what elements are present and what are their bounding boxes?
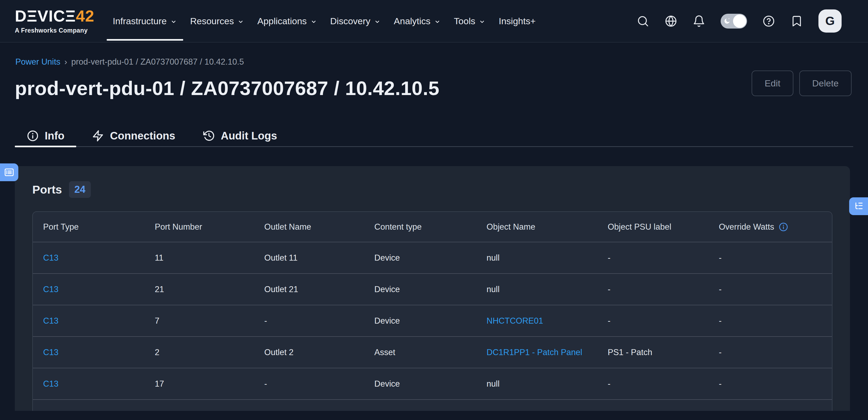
port-type-link[interactable]: C13 <box>43 379 58 388</box>
object-psu-label-cell: - <box>597 305 709 336</box>
dark-mode-toggle[interactable] <box>721 14 747 29</box>
table-header-row: Port Type Port Number Outlet Name Conten… <box>33 212 832 242</box>
page-title: prod-vert-pdu-01 / ZA0737007687 / 10.42.… <box>15 77 439 99</box>
content-type-cell: Device <box>364 273 476 305</box>
object-psu-label-cell: - <box>597 242 709 273</box>
object-psu-label-cell: - <box>597 368 709 399</box>
globe-icon[interactable] <box>664 15 677 28</box>
override-watts-cell: - <box>709 336 832 368</box>
port-type-link[interactable]: C13 <box>43 285 58 294</box>
port-number-cell: 21 <box>145 273 254 305</box>
col-object-name: Object Name <box>476 212 597 242</box>
object-psu-label-cell: - <box>597 273 709 305</box>
override-watts-cell: - <box>709 242 832 273</box>
help-icon[interactable] <box>763 15 775 28</box>
table-row: C13 7 - Device NHCTCORE01 - - <box>33 305 832 336</box>
ports-table: Port Type Port Number Outlet Name Conten… <box>32 211 832 411</box>
delete-button[interactable]: Delete <box>799 70 851 96</box>
history-icon <box>203 130 215 142</box>
ports-title: Ports <box>32 183 62 196</box>
tree-panel-icon <box>853 201 864 212</box>
top-navigation: DΞVICΞ42 A Freshworks Company Infrastruc… <box>0 0 868 42</box>
right-panel-toggle[interactable] <box>849 197 868 215</box>
port-type-link[interactable]: C13 <box>43 316 58 325</box>
object-psu-label-cell: PS1 - Patch <box>597 336 709 368</box>
table-row: C13 21 Outlet 21 Device null - - <box>33 273 832 305</box>
nav-item-infrastructure[interactable]: Infrastructure <box>106 0 183 42</box>
port-number-cell: 11 <box>145 242 254 273</box>
content-type-cell: Asset <box>364 336 476 368</box>
chevron-down-icon <box>237 18 244 25</box>
freshworks-subtitle: A Freshworks Company <box>15 27 94 34</box>
port-number-cell: 2 <box>145 336 254 368</box>
override-watts-cell: - <box>709 273 832 305</box>
col-content-type: Content type <box>364 212 476 242</box>
bell-icon[interactable] <box>693 15 705 28</box>
nav-item-resources[interactable]: Resources <box>184 0 251 42</box>
breadcrumb-current: prod-vert-pdu-01 / ZA0737007687 / 10.42.… <box>71 57 244 67</box>
bookmark-icon[interactable] <box>790 15 803 28</box>
col-override-watts: Override Watts <box>709 212 832 242</box>
toggle-knob <box>733 14 746 28</box>
nav-right-controls: G <box>637 9 868 33</box>
object-name-cell: null <box>487 253 499 262</box>
content-type-cell: Device <box>364 242 476 273</box>
lightning-icon <box>92 130 104 142</box>
outlet-name-cell: - <box>254 305 364 336</box>
moon-icon <box>723 17 732 25</box>
chevron-down-icon <box>478 18 486 25</box>
col-port-type: Port Type <box>33 212 145 242</box>
port-type-link[interactable]: C13 <box>43 253 58 262</box>
chevron-down-icon <box>310 18 317 25</box>
table-row: C13 2 Outlet 2 Asset DC1R1PP1 - Patch Pa… <box>33 336 832 368</box>
nav-item-applications[interactable]: Applications <box>251 0 323 42</box>
ports-count-badge: 24 <box>69 181 91 198</box>
edit-button[interactable]: Edit <box>752 70 794 96</box>
table-row: C13 17 - Device null - - <box>33 368 832 399</box>
nav-item-discovery[interactable]: Discovery <box>324 0 388 42</box>
chevron-down-icon <box>170 18 177 25</box>
list-panel-icon <box>4 167 14 178</box>
detail-tabs: Info Connections Audit Logs <box>15 126 853 147</box>
breadcrumb-power-units-link[interactable]: Power Units <box>16 57 60 67</box>
col-outlet-name: Outlet Name <box>254 212 364 242</box>
port-number-cell: 7 <box>145 305 254 336</box>
header-actions: Edit Delete <box>752 70 851 96</box>
nav-item-tools[interactable]: Tools <box>447 0 492 42</box>
tab-connections[interactable]: Connections <box>80 126 187 146</box>
device42-logo[interactable]: DΞVICΞ42 A Freshworks Company <box>15 8 94 34</box>
object-name-cell[interactable]: NHCTCORE01 <box>487 316 543 325</box>
page: DΞVICΞ42 A Freshworks Company Infrastruc… <box>0 0 868 420</box>
nav-item-analytics[interactable]: Analytics <box>388 0 447 42</box>
breadcrumb-separator: › <box>64 57 67 67</box>
object-name-cell[interactable]: DC1R1PP1 - Patch Panel <box>487 348 582 357</box>
info-icon <box>27 130 39 142</box>
outlet-name-cell: Outlet 11 <box>254 242 364 273</box>
ports-header: Ports 24 <box>32 181 850 198</box>
col-object-psu-label: Object PSU label <box>597 212 709 242</box>
port-type-link[interactable]: C13 <box>43 348 58 357</box>
object-name-cell: null <box>487 379 499 388</box>
content-type-cell: Device <box>364 368 476 399</box>
breadcrumb: Power Units › prod-vert-pdu-01 / ZA07370… <box>16 57 244 67</box>
info-circle-icon[interactable] <box>779 222 788 232</box>
chevron-down-icon <box>374 18 381 25</box>
outlet-name-cell: - <box>254 368 364 399</box>
outlet-name-cell: Outlet 2 <box>254 336 364 368</box>
tab-audit-logs[interactable]: Audit Logs <box>191 126 289 146</box>
outlet-name-cell: Outlet 21 <box>254 273 364 305</box>
search-icon[interactable] <box>637 15 649 28</box>
nav-item-insights-plus[interactable]: Insights+ <box>492 0 542 42</box>
partial-row <box>33 399 832 411</box>
override-watts-cell: - <box>709 368 832 399</box>
tab-info[interactable]: Info <box>15 126 76 146</box>
override-watts-cell: - <box>709 305 832 336</box>
left-panel-toggle[interactable] <box>0 163 18 181</box>
device42-logo-text: DΞVICΞ42 <box>15 8 94 24</box>
ports-card: Ports 24 Port Type Port Number Outlet Na… <box>15 166 850 411</box>
col-port-number: Port Number <box>145 212 254 242</box>
user-avatar[interactable]: G <box>818 9 842 33</box>
object-name-cell: null <box>487 285 499 294</box>
table-row: C13 11 Outlet 11 Device null - - <box>33 242 832 273</box>
port-number-cell: 17 <box>145 368 254 399</box>
